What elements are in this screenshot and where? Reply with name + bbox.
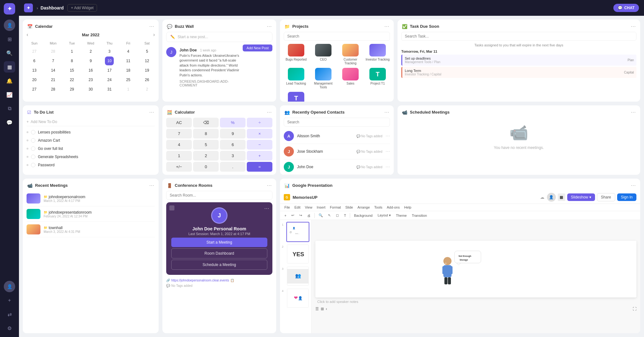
calc-btn-subtract[interactable]: − bbox=[247, 140, 272, 150]
add-widget-button[interactable]: + Add Widget bbox=[67, 4, 97, 12]
calc-btn-ac[interactable]: AC bbox=[166, 118, 192, 127]
post-input[interactable]: ✏️ Start a new post... bbox=[166, 32, 272, 42]
cal-day[interactable]: 13 bbox=[30, 66, 39, 75]
contact-menu[interactable]: ⋯ bbox=[386, 149, 390, 154]
sidebar-item-notifications[interactable]: 🔔 bbox=[4, 75, 15, 86]
menu-addons[interactable]: Add-ons bbox=[385, 204, 402, 210]
sidebar-item-settings[interactable]: ⚙ bbox=[4, 322, 15, 334]
sidebar-item-analytics[interactable]: 📈 bbox=[4, 89, 15, 100]
sidebar-item-add[interactable]: + bbox=[4, 295, 15, 306]
toolbar-zoom[interactable]: 🔍 bbox=[317, 212, 325, 218]
toolbar-plus[interactable]: + bbox=[283, 213, 288, 218]
toolbar-transition[interactable]: Transition bbox=[410, 213, 429, 218]
share-button[interactable]: Share bbox=[597, 193, 615, 201]
conference-rooms-menu[interactable]: ⋯ bbox=[267, 182, 272, 188]
post-comment[interactable]: SCREENS.DASHBOARD.ADD-COMMENT bbox=[179, 80, 243, 87]
calc-btn-percent[interactable]: % bbox=[220, 118, 246, 127]
contact-menu[interactable]: ⋯ bbox=[386, 133, 390, 139]
cal-day[interactable]: 9 bbox=[86, 56, 95, 65]
cal-day[interactable]: 28 bbox=[49, 47, 58, 56]
cal-day[interactable]: 14 bbox=[49, 66, 58, 75]
cal-day[interactable]: 27 bbox=[30, 85, 39, 94]
presentation-camera-icon[interactable]: ☁ bbox=[540, 195, 544, 200]
cal-day[interactable]: 28 bbox=[49, 85, 58, 94]
toolbar-layout[interactable]: Layout ▾ bbox=[376, 212, 393, 218]
calc-btn-3[interactable]: 3 bbox=[220, 151, 246, 161]
buzz-wall-menu[interactable]: ⋯ bbox=[267, 23, 272, 29]
cal-day[interactable]: 19 bbox=[143, 66, 151, 75]
calc-btn-1[interactable]: 1 bbox=[166, 151, 192, 161]
cal-day[interactable]: 25 bbox=[124, 75, 133, 84]
menu-edit[interactable]: Edit bbox=[293, 204, 302, 210]
slide-thumb-1[interactable]: 👤 💬 text... bbox=[286, 222, 309, 242]
sidebar-item-search[interactable]: 🔍 bbox=[4, 47, 15, 59]
room-checkbox[interactable] bbox=[169, 205, 174, 210]
toolbar-undo[interactable]: ↩ bbox=[289, 212, 296, 218]
todo-checkbox[interactable] bbox=[31, 163, 35, 167]
slide-thumb-3[interactable]: 👥 bbox=[286, 266, 309, 286]
cal-day[interactable]: 4 bbox=[124, 47, 133, 56]
todo-checkbox[interactable] bbox=[31, 146, 35, 151]
cal-day[interactable]: 17 bbox=[105, 66, 114, 75]
project-item[interactable]: Investor Tracking bbox=[365, 44, 390, 65]
cal-day[interactable]: 21 bbox=[49, 75, 58, 84]
todo-menu[interactable]: ⋯ bbox=[149, 109, 154, 115]
toolbar-redo[interactable]: ↪ bbox=[297, 212, 304, 218]
toolbar-print[interactable]: 🖨 bbox=[305, 213, 313, 218]
slide-collapse[interactable]: ‹ bbox=[326, 307, 327, 311]
calc-btn-plusminus[interactable]: +/− bbox=[166, 162, 192, 172]
cal-day[interactable]: 24 bbox=[105, 75, 114, 84]
menu-file[interactable]: File bbox=[283, 204, 292, 210]
calc-btn-8[interactable]: 8 bbox=[193, 129, 219, 139]
project-item[interactable]: Management Tools bbox=[311, 68, 336, 89]
signin-button[interactable]: Sign In bbox=[617, 193, 636, 201]
toolbar-background[interactable]: Background bbox=[352, 213, 374, 218]
todo-checkbox[interactable] bbox=[31, 130, 35, 134]
slide-list-view[interactable]: ☰ bbox=[315, 307, 319, 311]
cal-day[interactable]: 23 bbox=[86, 75, 95, 84]
menu-arrange[interactable]: Arrange bbox=[355, 204, 372, 210]
contacts-search-input[interactable] bbox=[284, 118, 390, 127]
room-dashboard-button[interactable]: Room Dashboard bbox=[171, 248, 267, 258]
sidebar-avatar-bottom[interactable]: 👤 bbox=[4, 281, 15, 292]
toolbar-theme[interactable]: Theme bbox=[394, 213, 409, 218]
menu-view[interactable]: View bbox=[303, 204, 314, 210]
calc-btn-backspace[interactable]: ⌫ bbox=[193, 118, 219, 127]
toolbar-text[interactable]: T bbox=[342, 213, 348, 218]
calc-btn-7[interactable]: 7 bbox=[166, 129, 192, 139]
project-item[interactable]: Bugs Reported bbox=[284, 44, 308, 65]
cal-day[interactable]: 20 bbox=[30, 75, 39, 84]
slide-notes[interactable]: Click to add speaker notes bbox=[315, 298, 636, 305]
toolbar-cursor[interactable]: ↖ bbox=[326, 212, 333, 218]
recent-meeting-item[interactable]: 📁 johndoepersonalroom March 1, 2022 At 4… bbox=[27, 191, 155, 206]
calendar-prev[interactable]: ‹ bbox=[27, 32, 28, 38]
slide-thumb-4[interactable]: ❤ 👤 bbox=[286, 288, 309, 308]
cal-day[interactable]: 12 bbox=[143, 56, 151, 65]
calc-btn-5[interactable]: 5 bbox=[193, 140, 219, 150]
room-search-input[interactable] bbox=[166, 191, 272, 200]
cal-day[interactable]: 15 bbox=[68, 66, 76, 75]
sidebar-item-chat[interactable]: 💬 bbox=[4, 117, 15, 128]
projects-search-input[interactable] bbox=[284, 32, 390, 41]
cal-day[interactable]: 2 bbox=[86, 47, 95, 56]
cal-day[interactable]: 30 bbox=[86, 85, 95, 94]
project-item[interactable]: T Project T1 bbox=[365, 68, 390, 89]
task-search-input[interactable] bbox=[401, 32, 636, 41]
cal-day[interactable]: 1 bbox=[68, 47, 76, 56]
task-due-soon-menu[interactable]: ⋯ bbox=[631, 23, 636, 29]
user-avatar[interactable]: 👤 bbox=[4, 20, 15, 31]
slide-thumb-2[interactable]: YES bbox=[286, 244, 309, 264]
cal-day[interactable]: 26 bbox=[143, 75, 151, 84]
recent-meeting-item[interactable]: 📁 johndoepresentationroom February 24, 2… bbox=[27, 206, 155, 222]
menu-slide[interactable]: Slide bbox=[343, 204, 355, 210]
cal-day[interactable]: 8 bbox=[68, 56, 76, 65]
project-item[interactable]: T Project T2 bbox=[284, 92, 308, 102]
calendar-next[interactable]: › bbox=[153, 32, 155, 38]
calc-btn-2[interactable]: 2 bbox=[193, 151, 219, 161]
sidebar-item-layers[interactable]: ⧉ bbox=[4, 103, 15, 114]
calc-btn-divide[interactable]: ÷ bbox=[247, 118, 272, 127]
calc-btn-add[interactable]: + bbox=[247, 151, 272, 161]
project-item[interactable]: Customer Tracking bbox=[338, 44, 363, 65]
menu-tools[interactable]: Tools bbox=[372, 204, 384, 210]
calc-btn-9[interactable]: 9 bbox=[220, 129, 246, 139]
